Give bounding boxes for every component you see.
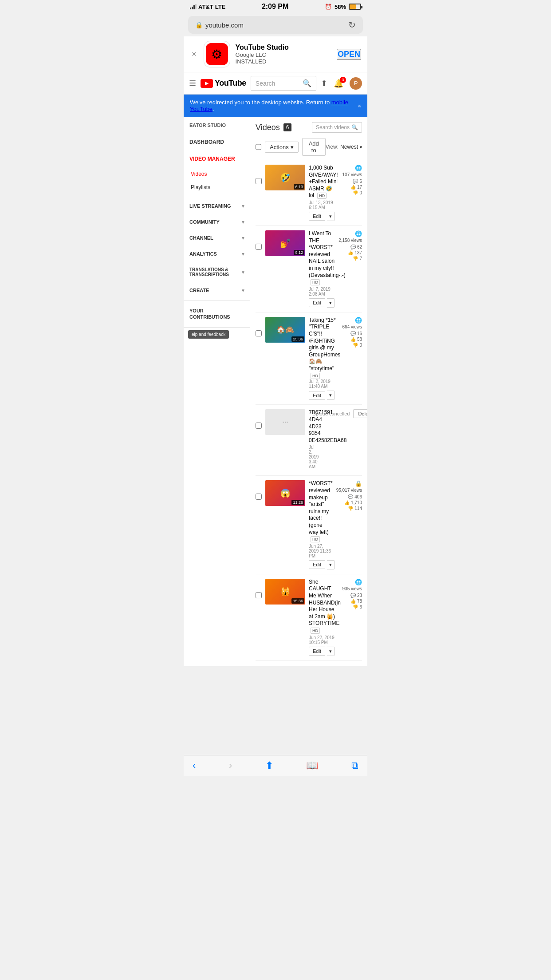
placeholder-dots: ··· — [282, 418, 288, 426]
comment-icon: 💬 — [350, 331, 356, 336]
view-label: View: — [326, 144, 338, 150]
delete-button-4[interactable]: Delete — [353, 409, 367, 418]
likes-stat-5: 👍 1,710 — [344, 500, 362, 505]
search-videos-bar[interactable]: Search videos 🔍 — [312, 122, 362, 133]
reload-button[interactable]: ↻ — [348, 20, 356, 30]
edit-button-6[interactable]: Edit — [309, 647, 325, 656]
like-icon: 👍 — [348, 250, 353, 255]
app-developer: Google LLC — [236, 51, 331, 58]
sidebar-item-create[interactable]: CREATE ▼ — [184, 282, 250, 298]
back-button[interactable]: ‹ — [193, 760, 196, 771]
video-title-3: Taking *15* "TRIPLE C'S"!! /FiGHTiNG gir… — [309, 317, 339, 372]
actions-button[interactable]: Actions ▾ — [265, 142, 299, 153]
video-checkbox-2[interactable] — [256, 244, 262, 250]
upload-icon[interactable]: ⬆ — [321, 79, 327, 88]
video-date-6: Jun 22, 2019 10:15 PM — [309, 635, 339, 645]
forward-button[interactable]: › — [229, 760, 232, 771]
view-sort: View: Newest ▾ — [326, 144, 362, 150]
video-thumbnail-2[interactable]: 💅 9:12 — [265, 230, 305, 256]
sidebar-item-live-streaming[interactable]: LIVE STREAMING ▼ — [184, 198, 250, 214]
edit-button-3[interactable]: Edit — [309, 391, 325, 400]
edit-dropdown-5[interactable]: ▾ — [327, 560, 335, 569]
share-button[interactable]: ⬆ — [265, 760, 273, 771]
edit-dropdown-3[interactable]: ▾ — [327, 391, 335, 400]
views-3: 664 views — [342, 324, 362, 329]
select-all-checkbox[interactable] — [256, 144, 261, 150]
video-thumbnail-6[interactable]: 🙀 15:36 — [265, 579, 305, 605]
chevron-down-icon-analytics: ▼ — [241, 252, 245, 257]
video-checkbox-6[interactable] — [256, 592, 262, 598]
search-icon[interactable]: 🔍 — [303, 79, 311, 87]
edit-button-5[interactable]: Edit — [309, 560, 325, 569]
video-row: 🤣 6:13 1,000 Sub GIVEAWAY! +Failed Mini … — [256, 160, 362, 226]
redirect-close-button[interactable]: × — [358, 103, 361, 109]
signal-bars — [190, 4, 197, 9]
youtube-search-bar[interactable]: Search 🔍 — [251, 76, 316, 91]
edit-dropdown-6[interactable]: ▾ — [327, 647, 335, 656]
sidebar: EATOR STUDIO DASHBOARD VIDEO MANAGER Vid… — [184, 117, 250, 666]
video-stats-4: Upload cancelled Delete — [312, 409, 367, 418]
sidebar-item-channel[interactable]: CHANNEL ▼ — [184, 230, 250, 246]
toolbar-left: Actions ▾ Add to — [256, 138, 326, 156]
comments-stat-3: 💬 16 — [350, 331, 362, 336]
avatar[interactable]: P — [350, 77, 362, 90]
comment-icon: 💬 — [350, 593, 356, 598]
bookmark-button[interactable]: 📖 — [306, 760, 318, 771]
dislike-icon: 👎 — [353, 343, 358, 348]
video-thumbnail-5[interactable]: 😱 11:26 — [265, 480, 305, 506]
dislikes-stat-6: 👎 6 — [353, 605, 362, 609]
sidebar-item-community[interactable]: COMMUNITY ▼ — [184, 214, 250, 230]
youtube-logo-icon — [201, 79, 213, 88]
sidebar-item-translations[interactable]: TRANSLATIONS & TRANSCRIPTIONS ▼ — [184, 262, 250, 282]
edit-button-2[interactable]: Edit — [309, 298, 325, 307]
edit-dropdown-1[interactable]: ▾ — [327, 212, 335, 221]
video-thumbnail-1[interactable]: 🤣 6:13 — [265, 165, 305, 190]
video-checkbox-5[interactable] — [256, 494, 262, 500]
video-checkbox-4[interactable] — [256, 423, 262, 429]
status-time: 2:09 PM — [262, 3, 288, 11]
video-thumbnail-4: ··· — [265, 409, 305, 435]
lock-icon: 🔒 — [195, 21, 203, 28]
sidebar-item-video-manager[interactable]: VIDEO MANAGER — [184, 150, 250, 167]
edit-dropdown-2[interactable]: ▾ — [327, 298, 335, 308]
video-stats-3: 🌐 664 views 💬 16 👍 58 👎 0 — [342, 317, 362, 348]
edit-button-1[interactable]: Edit — [309, 212, 325, 221]
videos-header: Videos 6 Search videos 🔍 — [256, 122, 362, 133]
open-button[interactable]: OPEN — [337, 49, 361, 60]
video-thumbnail-3[interactable]: 🏠🙈 25:36 — [265, 317, 305, 343]
sidebar-subitem-videos[interactable]: Videos — [184, 167, 250, 181]
likes-stat-3: 👍 58 — [350, 337, 362, 342]
sidebar-item-creator-studio[interactable]: EATOR STUDIO — [184, 117, 250, 134]
sort-newest-button[interactable]: Newest — [340, 144, 358, 150]
dislikes-stat-3: 👎 0 — [353, 343, 362, 348]
video-duration-5: 11:26 — [291, 500, 304, 505]
sidebar-item-contributions[interactable]: YOUR CONTRIBUTIONS — [184, 302, 250, 325]
chevron-down-icon-community: ▼ — [241, 220, 245, 225]
video-info-5: *WORST* reviewed makeup "artist" ruins m… — [309, 480, 333, 569]
sidebar-divider-1 — [184, 196, 250, 196]
sidebar-item-dashboard[interactable]: DASHBOARD — [184, 134, 250, 150]
app-gear-icon: ⚙ — [211, 47, 222, 62]
address-url: 🔒 youtube.com — [195, 21, 244, 29]
notification-bell-icon[interactable]: 🔔 3 — [334, 79, 343, 88]
battery-icon — [349, 4, 361, 10]
tabs-button[interactable]: ⧉ — [351, 760, 358, 771]
banner-close-button[interactable]: × — [190, 48, 198, 61]
search-videos-placeholder: Search videos — [316, 124, 350, 130]
comment-icon: 💬 — [353, 179, 358, 184]
video-checkbox-3[interactable] — [256, 330, 262, 336]
address-bar[interactable]: 🔒 youtube.com ↻ — [188, 16, 363, 34]
help-feedback-badge[interactable]: elp and feedback — [188, 331, 245, 337]
sidebar-item-analytics[interactable]: ANALYTICS ▼ — [184, 246, 250, 262]
video-title-2: I Went To THE *WORST* reviewed NAIL salo… — [309, 230, 335, 286]
add-to-button[interactable]: Add to — [302, 138, 326, 156]
video-duration-3: 25:36 — [291, 336, 304, 342]
video-date-1: Jul 13, 2019 6:15 AM — [309, 200, 339, 210]
status-bar: AT&T LTE 2:09 PM ⏰ 58% — [184, 0, 367, 13]
public-icon-3: 🌐 — [355, 317, 362, 324]
upload-cancelled-text: Upload cancelled — [312, 411, 350, 416]
sidebar-subitem-playlists[interactable]: Playlists — [184, 181, 250, 194]
video-checkbox-1[interactable] — [256, 178, 262, 184]
likes-stat-6: 👍 78 — [350, 599, 362, 604]
hamburger-menu-icon[interactable]: ☰ — [189, 79, 196, 88]
